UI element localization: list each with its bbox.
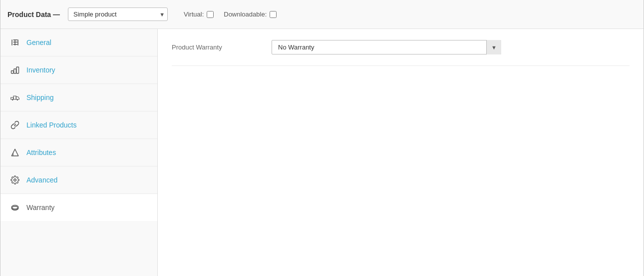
content-area: Product Warranty No Warranty 1 Year 2 Ye… (158, 29, 644, 276)
sidebar-item-warranty[interactable]: Warranty (0, 194, 157, 221)
sidebar-item-warranty-label: Warranty (26, 204, 54, 212)
sidebar-item-inventory-label: Inventory (26, 66, 55, 74)
sidebar-item-general[interactable]: General (0, 29, 157, 56)
panel-body: General Inventory (0, 29, 644, 276)
sliders-icon (9, 37, 20, 48)
svg-rect-3 (13, 42, 17, 43)
sidebar-item-shipping-label: Shipping (26, 94, 54, 102)
svg-point-9 (12, 100, 13, 100)
svg-rect-0 (11, 40, 12, 46)
warranty-icon (9, 202, 20, 213)
advanced-icon (9, 174, 20, 186)
sidebar-item-shipping[interactable]: Shipping (0, 84, 157, 112)
sidebar-item-attributes[interactable]: Attributes (0, 139, 157, 166)
downloadable-checkbox[interactable] (270, 11, 277, 18)
attributes-icon (9, 147, 20, 158)
warranty-select[interactable]: No Warranty 1 Year 2 Years 3 Years Lifet… (272, 40, 501, 54)
svg-marker-11 (11, 149, 18, 156)
virtual-checkbox-label[interactable]: Virtual: (184, 10, 214, 18)
panel-title: Product Data — (7, 10, 60, 18)
product-type-select[interactable]: Simple product Variable product Grouped … (68, 8, 168, 21)
svg-rect-4 (17, 40, 18, 46)
warranty-section: Product Warranty No Warranty 1 Year 2 Ye… (158, 29, 644, 77)
product-data-panel: Product Data — Simple product Variable p… (0, 0, 644, 276)
product-warranty-label: Product Warranty (172, 44, 252, 51)
sidebar-item-inventory[interactable]: Inventory (0, 56, 157, 84)
sidebar-item-advanced-label: Advanced (26, 176, 57, 184)
sidebar-item-advanced[interactable]: Advanced (0, 166, 157, 194)
svg-point-10 (17, 100, 18, 100)
svg-rect-5 (13, 44, 17, 45)
product-type-select-wrapper[interactable]: Simple product Variable product Grouped … (68, 8, 168, 21)
sidebar-item-attributes-label: Attributes (26, 148, 56, 156)
svg-rect-7 (14, 69, 16, 74)
inventory-icon (9, 64, 20, 76)
header-checkboxes: Virtual: Downloadable: (184, 10, 277, 18)
virtual-checkbox[interactable] (207, 11, 214, 18)
shipping-icon (9, 92, 20, 103)
warranty-field-row: Product Warranty No Warranty 1 Year 2 Ye… (172, 40, 630, 66)
svg-rect-8 (16, 67, 19, 74)
svg-rect-6 (11, 71, 14, 74)
panel-header: Product Data — Simple product Variable p… (0, 0, 644, 29)
linked-products-icon (9, 120, 20, 130)
virtual-label: Virtual: (184, 10, 204, 18)
sidebar-item-linked-products-label: Linked Products (26, 121, 76, 129)
sidebar: General Inventory (0, 29, 158, 276)
svg-point-13 (14, 179, 16, 182)
downloadable-checkbox-label[interactable]: Downloadable: (224, 10, 277, 18)
warranty-select-wrapper[interactable]: No Warranty 1 Year 2 Years 3 Years Lifet… (272, 40, 501, 54)
downloadable-label: Downloadable: (224, 10, 267, 18)
sidebar-item-general-label: General (26, 38, 51, 46)
sidebar-item-linked-products[interactable]: Linked Products (0, 112, 157, 139)
